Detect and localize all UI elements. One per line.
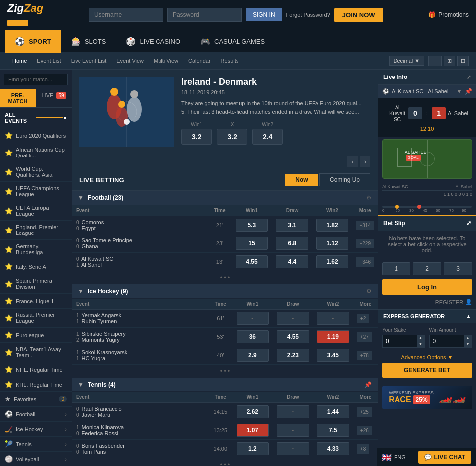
sidebar-item-seriea[interactable]: ⭐ Italy. Serie A [0,259,72,274]
sidebar-item-tennis[interactable]: 🎾 Tennis › [0,437,72,452]
sidebar-item-uel[interactable]: ⭐ UEFA Europa League [0,201,72,221]
sidebar-item-nhl[interactable]: ⭐ NHL. Regular Time [0,362,72,377]
draw-odd-button[interactable]: 4.4 [276,255,308,268]
nav-casual-games[interactable]: 🎮 CASUAL GAMES [190,30,275,53]
featured-x-button[interactable]: 3.2 [217,129,247,145]
draw-odd-button[interactable]: - [277,405,309,418]
more-button[interactable]: +314 [356,221,374,230]
sidebar-item-football[interactable]: ⚽ Football › [0,407,72,422]
tennis-section-header[interactable]: ▼ Tennis (4) 📌 [72,378,378,392]
more-button[interactable]: +26 [357,426,372,435]
coming-up-button[interactable]: Coming Up [319,173,370,186]
win-up-button[interactable]: ▲ [464,335,472,341]
subnav-calendar[interactable]: Calendar [183,58,216,64]
featured-win2-button[interactable]: 2.4 [252,129,283,145]
mult3-button[interactable]: 3 [444,262,472,275]
subnav-event-list[interactable]: Event List [32,58,66,64]
promotions-link[interactable]: 🎁 Promotions [428,11,469,18]
sidebar-item-ucl[interactable]: ⭐ UEFA Champions League [0,182,72,201]
live-chat-button[interactable]: 💬 LIVE CHAT [418,451,471,464]
win2-odd-button[interactable]: 1.44 [317,405,349,418]
match-selector-dropdown-icon[interactable]: ▼ [456,88,462,95]
sidebar-item-khl[interactable]: ⭐ KHL. Regular Time [0,377,72,392]
sidebar-item-worldcup[interactable]: ⭐ World Cup. Qualifiers. Asia [0,162,72,182]
featured-next-button[interactable]: › [360,156,370,167]
nav-slots[interactable]: 🎰 SLOTS [61,30,116,53]
win1-odd-button[interactable]: 2.9 [237,349,269,362]
stake-input[interactable] [383,335,417,347]
win1-odd-button[interactable]: 5.3 [236,219,268,232]
win2-odd-button[interactable]: 1.19 [317,330,349,343]
view-grid-icon[interactable]: ⊞ [444,56,455,66]
password-input[interactable] [167,8,242,22]
generate-bet-button[interactable]: GENERATE BET [382,363,472,378]
win2-odd-button[interactable]: 7.5 [317,424,349,437]
ice-hockey-section-header[interactable]: ▼ Ice Hockey (9) ⚙ [72,284,378,299]
win1-odd-button[interactable]: 1.07 [237,424,269,437]
win1-odd-button[interactable]: 2.62 [237,405,269,418]
subnav-results[interactable]: Results [216,58,244,64]
username-input[interactable] [89,8,163,22]
sidebar-item-icehockey[interactable]: 🏒 Ice Hockey › [0,422,72,437]
win1-odd-button[interactable]: - [237,312,269,325]
nav-sport[interactable]: ⚽ SPORT [5,30,61,53]
register-link[interactable]: REGISTER 👤 [378,299,476,309]
view-list-icon[interactable]: ≡≡ [428,56,442,66]
nav-live-casino[interactable]: 🎲 LIVE CASINO [116,30,190,53]
win1-odd-button[interactable]: 4.55 [236,255,268,268]
subnav-multi-view[interactable]: Multi View [149,58,183,64]
sidebar-item-rpl[interactable]: ⭐ Russia. Premier League [0,309,72,328]
subnav-home[interactable]: Home [7,58,32,64]
language-selector[interactable]: 🇬🇧 ENG [382,453,406,462]
draw-odd-button[interactable]: - [277,442,309,455]
more-button[interactable]: +229 [356,239,374,248]
login-button[interactable]: Log In [382,279,472,295]
decimal-button[interactable]: Decimal ▼ [389,56,425,66]
draw-odd-button[interactable]: 3.1 [276,219,308,232]
draw-odd-button[interactable]: 4.55 [277,330,309,343]
draw-odd-button[interactable]: 2.23 [277,349,309,362]
tab-live[interactable]: LIVE 59 [36,89,72,107]
expand-icon[interactable]: ⤢ [466,74,471,80]
more-button[interactable]: +78 [357,351,372,360]
draw-odd-button[interactable]: - [277,424,309,437]
more-button[interactable]: +27 [357,332,372,342]
draw-odd-button[interactable]: 6.8 [276,237,308,250]
ice-hockey-settings-icon[interactable]: ⚙ [366,288,372,295]
pin-icon[interactable]: 📌 [465,88,472,95]
sidebar-item-euroleague[interactable]: ⭐ Euroleague [0,328,72,343]
sidebar-item-bundesliga[interactable]: ⭐ Germany. Bundesliga [0,240,72,259]
subnav-live-event-list[interactable]: Live Event List [66,58,112,64]
win1-odd-button[interactable]: 36 [237,330,269,343]
stake-up-button[interactable]: ▲ [417,335,425,341]
football-settings-icon[interactable]: ⚙ [366,194,372,201]
sidebar-item-euro2020[interactable]: ⭐ Euro 2020 Qualifiers [0,128,72,143]
sidebar-item-favorites[interactable]: ★ Favorites 0 [0,392,72,407]
sidebar-item-laliga[interactable]: ⭐ Spain. Primera Division [0,274,72,294]
win2-odd-button[interactable]: - [317,312,349,325]
now-button[interactable]: Now [285,174,317,186]
bet-slip-expand-icon[interactable]: ⤢ [466,220,471,227]
tennis-settings-icon[interactable]: 📌 [364,381,372,388]
featured-prev-button[interactable]: ‹ [347,156,357,167]
subnav-event-view[interactable]: Event View [111,58,149,64]
forgot-password-link[interactable]: Forgot Password? [286,12,330,18]
mult1-button[interactable]: 1 [382,262,410,275]
advanced-options-link[interactable]: Advanced Options ▼ [378,352,476,363]
win1-odd-button[interactable]: 15 [236,237,268,250]
sidebar-item-ligue1[interactable]: ⭐ France. Ligue 1 [0,294,72,309]
draw-odd-button[interactable]: - [277,312,309,325]
more-button[interactable]: +2 [357,314,369,323]
all-events-item[interactable]: ALL EVENTS ● [0,108,72,128]
win2-odd-button[interactable]: 1.62 [316,255,348,268]
more-button[interactable]: +346 [356,257,374,267]
win2-odd-button[interactable]: 1.12 [316,237,348,250]
stake-down-button[interactable]: ▼ [417,341,425,347]
more-button[interactable]: +8 [357,444,369,454]
view-compact-icon[interactable]: ⊟ [457,56,469,66]
football-section-header[interactable]: ▼ Football (23) ⚙ [72,191,378,205]
sidebar-item-nba[interactable]: ⭐ NBA. Team1 Away - Team... [0,343,72,362]
sidebar-item-epl[interactable]: ⭐ England. Premier League [0,221,72,240]
match-search-input[interactable] [4,74,68,85]
signin-button[interactable]: SIGN IN [246,8,282,21]
